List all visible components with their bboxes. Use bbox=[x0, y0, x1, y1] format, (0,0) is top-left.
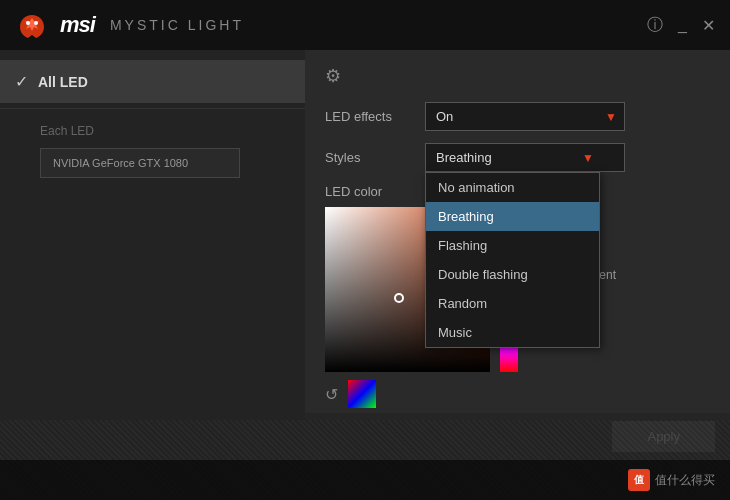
style-option-breathing[interactable]: Breathing bbox=[426, 202, 599, 231]
close-button[interactable]: ✕ bbox=[702, 16, 715, 35]
minimize-button[interactable]: _ bbox=[678, 16, 687, 34]
style-option-double-flashing[interactable]: Double flashing bbox=[426, 260, 599, 289]
title-bar-controls: ⓘ _ ✕ bbox=[647, 15, 715, 36]
led-effects-row: LED effects On ▼ bbox=[325, 102, 710, 131]
styles-label: Styles bbox=[325, 150, 415, 165]
styles-dropdown-wrapper: Breathing ▼ No animation Breathing Flash… bbox=[425, 143, 625, 172]
styles-row: Styles Breathing ▼ No animation Breathin… bbox=[325, 143, 710, 172]
msi-dragon-icon bbox=[15, 10, 50, 40]
styles-dropdown-menu: No animation Breathing Flashing Double f… bbox=[425, 172, 600, 348]
style-option-flashing[interactable]: Flashing bbox=[426, 231, 599, 260]
led-effects-dropdown[interactable]: On ▼ bbox=[425, 102, 625, 131]
small-color-swatch[interactable] bbox=[348, 380, 376, 408]
style-option-music[interactable]: Music bbox=[426, 318, 599, 347]
msi-logo: msi MYSTIC LIGHT bbox=[15, 10, 244, 40]
sidebar: ✓ All LED Each LED NVIDIA GeForce GTX 10… bbox=[0, 50, 305, 460]
all-led-label: All LED bbox=[38, 74, 88, 90]
styles-dropdown-arrow-icon: ▼ bbox=[582, 151, 594, 165]
bottom-controls: ↺ bbox=[325, 380, 710, 408]
all-led-arrow bbox=[286, 62, 306, 102]
checkmark-icon: ✓ bbox=[15, 72, 28, 91]
each-led-label: Each LED bbox=[40, 119, 290, 143]
title-bar: msi MYSTIC LIGHT ⓘ _ ✕ bbox=[0, 0, 730, 50]
each-led-section: Each LED NVIDIA GeForce GTX 1080 bbox=[0, 114, 305, 183]
bottom-bar: 值 值什么得买 bbox=[0, 460, 730, 500]
gear-icon: ⚙ bbox=[325, 65, 710, 87]
refresh-icon[interactable]: ↺ bbox=[325, 385, 338, 404]
styles-dropdown-trigger[interactable]: Breathing ▼ bbox=[425, 143, 625, 172]
style-option-random[interactable]: Random bbox=[426, 289, 599, 318]
styles-current-value: Breathing bbox=[436, 150, 492, 165]
app-title: MYSTIC LIGHT bbox=[110, 17, 244, 33]
all-led-item[interactable]: ✓ All LED bbox=[0, 60, 305, 103]
sidebar-divider bbox=[0, 108, 305, 109]
led-effects-select[interactable]: On bbox=[425, 102, 625, 131]
svg-point-0 bbox=[26, 21, 30, 25]
site-logo-icon: 值 bbox=[628, 469, 650, 491]
msi-text: msi bbox=[60, 12, 95, 38]
right-panel: ⚙ LED effects On ▼ Styles Breathing ▼ bbox=[305, 50, 730, 460]
style-option-no-animation[interactable]: No animation bbox=[426, 173, 599, 202]
led-effects-label: LED effects bbox=[325, 109, 415, 124]
info-button[interactable]: ⓘ bbox=[647, 15, 663, 36]
main-window: msi MYSTIC LIGHT ⓘ _ ✕ ✓ All LED Each LE… bbox=[0, 0, 730, 460]
site-watermark: 值 值什么得买 bbox=[628, 469, 715, 491]
device-button[interactable]: NVIDIA GeForce GTX 1080 bbox=[40, 148, 240, 178]
content-area: ✓ All LED Each LED NVIDIA GeForce GTX 10… bbox=[0, 50, 730, 460]
watermark-text: 值什么得买 bbox=[655, 472, 715, 489]
color-picker-dot bbox=[394, 293, 404, 303]
svg-point-1 bbox=[34, 21, 38, 25]
